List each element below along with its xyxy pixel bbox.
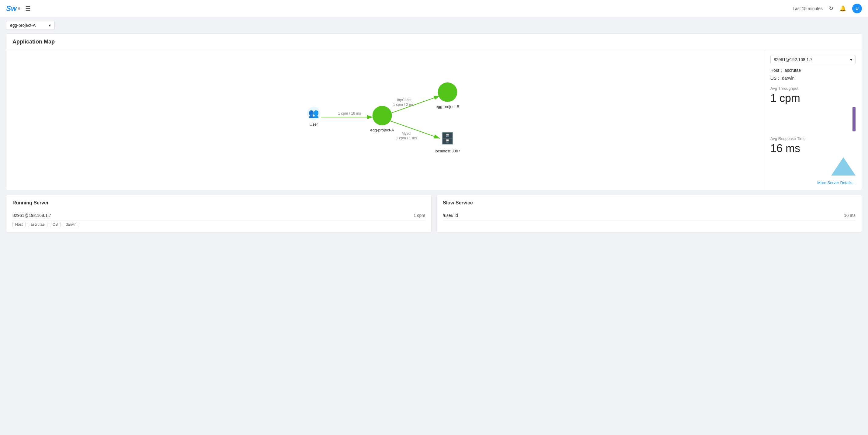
- edge-a-b-label: 1 cpm / 2 ms: [393, 102, 414, 107]
- host-tag-label: Host: [12, 222, 26, 227]
- db-node[interactable]: 🗄️ localhost:3307: [435, 132, 461, 153]
- avg-response-label: Avg Response Time: [770, 136, 856, 141]
- server-item-cpm: 1 cpm: [414, 213, 425, 218]
- avg-throughput-value: 1 cpm: [770, 92, 856, 105]
- user-node[interactable]: 👥 User: [307, 107, 320, 127]
- dropdown-chevron-icon: ▾: [850, 57, 852, 62]
- server-select[interactable]: 82961@192.168.1.7 ▾: [770, 55, 856, 64]
- header-left: Sw ☰: [6, 4, 31, 13]
- slow-time: 16 ms: [844, 213, 856, 218]
- host-tag-value: ascrutae: [28, 222, 48, 227]
- running-server-card: Running Server 82961@192.168.1.7 1 cpm H…: [6, 195, 432, 232]
- os-label: OS：: [770, 76, 781, 81]
- host-value: ascrutae: [785, 68, 801, 73]
- slow-service-item: /user/:id 16 ms: [443, 211, 856, 221]
- os-tag-value: darwin: [63, 222, 79, 227]
- server-item-name: 82961@192.168.1.7: [12, 213, 51, 218]
- time-filter-label: Last 15 minutes: [793, 6, 823, 11]
- avg-response-value: 16 ms: [770, 142, 856, 155]
- server-tags: Host ascrutae OS darwin: [12, 222, 425, 227]
- throughput-bar: [852, 107, 856, 131]
- slow-service-title: Slow Service: [443, 200, 856, 206]
- host-label: Host：: [770, 68, 783, 73]
- host-row: Host： ascrutae: [770, 68, 856, 73]
- edge-a-db-label: 1 cpm / 1 ms: [396, 136, 417, 140]
- app-map-card: Application Map 1 cpm / 16 ms Ht: [6, 33, 862, 190]
- svg-text:egg-project-B: egg-project-B: [436, 104, 459, 109]
- header: Sw ☰ Last 15 minutes ↻ 🔔 U: [0, 0, 868, 17]
- menu-icon[interactable]: ☰: [25, 5, 31, 12]
- avg-throughput-label: Avg Throughput: [770, 86, 856, 91]
- details-panel: 82961@192.168.1.7 ▾ Host： ascrutae OS： d…: [764, 50, 862, 190]
- svg-text:User: User: [310, 122, 318, 127]
- svg-point-6: [438, 83, 457, 102]
- svg-text:🗄️: 🗄️: [441, 132, 454, 145]
- bottom-row: Running Server 82961@192.168.1.7 1 cpm H…: [6, 195, 862, 232]
- app-map-title: Application Map: [6, 34, 862, 50]
- server-select-value: 82961@192.168.1.7: [774, 57, 812, 62]
- header-right: Last 15 minutes ↻ 🔔 U: [793, 4, 862, 13]
- svg-text:localhost:3307: localhost:3307: [435, 149, 461, 153]
- logo: Sw: [6, 4, 20, 13]
- running-server-title: Running Server: [12, 200, 425, 206]
- svg-text:👥: 👥: [308, 108, 319, 118]
- os-tag-label: OS: [50, 222, 61, 227]
- logo-dot: [18, 7, 20, 10]
- bell-icon[interactable]: 🔔: [839, 5, 846, 12]
- edge-a-b-type: HttpClient: [395, 98, 411, 102]
- sub-header: egg-project-A ▾: [0, 17, 868, 33]
- edge-user-a-label: 1 cpm / 16 ms: [338, 111, 361, 116]
- os-value: darwin: [782, 76, 795, 81]
- app-map-container: 1 cpm / 16 ms HttpClient 1 cpm / 2 ms My…: [6, 50, 862, 190]
- refresh-icon[interactable]: ↻: [829, 5, 833, 12]
- logo-text: Sw: [6, 4, 17, 13]
- main: Application Map 1 cpm / 16 ms Ht: [0, 33, 868, 239]
- slow-path: /user/:id: [443, 213, 458, 218]
- response-chart-triangle: [831, 157, 856, 176]
- project-select[interactable]: egg-project-A ▾: [6, 21, 55, 30]
- more-server-details-link[interactable]: More Server Details···: [770, 180, 856, 185]
- slow-service-card: Slow Service /user/:id 16 ms: [436, 195, 862, 232]
- project-select-value: egg-project-A: [10, 23, 36, 28]
- avatar[interactable]: U: [852, 4, 862, 13]
- os-row: OS： darwin: [770, 76, 856, 81]
- chevron-down-icon: ▾: [49, 23, 51, 28]
- app-map-svg: 1 cpm / 16 ms HttpClient 1 cpm / 2 ms My…: [12, 56, 758, 172]
- svg-point-4: [373, 106, 392, 125]
- edge-a-db: [389, 120, 440, 138]
- server-item: 82961@192.168.1.7 1 cpm: [12, 211, 425, 221]
- map-area: 1 cpm / 16 ms HttpClient 1 cpm / 2 ms My…: [6, 50, 764, 190]
- project-a-node[interactable]: egg-project-A: [370, 106, 394, 132]
- project-b-node[interactable]: egg-project-B: [436, 83, 459, 109]
- edge-a-db-type: Mysql: [402, 131, 411, 136]
- svg-text:egg-project-A: egg-project-A: [370, 128, 394, 132]
